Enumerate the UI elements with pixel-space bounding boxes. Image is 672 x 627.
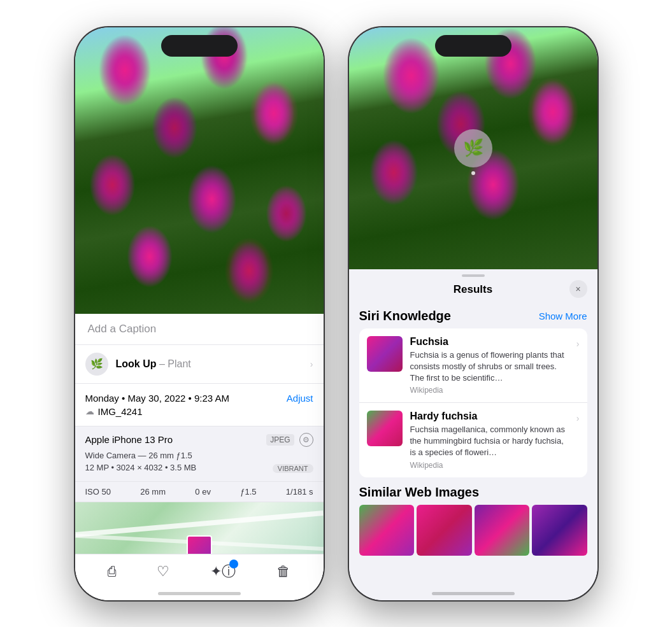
adjust-button[interactable]: Adjust	[287, 393, 313, 404]
fuchsia-thumb-image	[367, 336, 403, 372]
caption-input[interactable]: Add a Caption	[88, 323, 157, 335]
exif-exposure: 0 ev	[195, 487, 211, 497]
exif-row: ISO 50 26 mm 0 ev ƒ1.5 1/181 s	[75, 482, 324, 502]
gear-icon[interactable]: ⚙	[299, 433, 313, 447]
right-screen: 🌿 Results × Siri Knowledge Show More	[349, 27, 597, 600]
fuchsia-chevron-icon	[576, 339, 580, 349]
hardy-source: Wikipedia	[410, 461, 571, 470]
exif-focal: 26 mm	[140, 487, 166, 497]
device-section: Apple iPhone 13 Pro JPEG ⚙ Wide Camera —…	[75, 426, 324, 482]
format-badge: JPEG	[266, 434, 294, 446]
close-button[interactable]: ×	[569, 280, 587, 298]
visual-lookup-icon: 🌿	[85, 353, 108, 376]
exif-iso: ISO 50	[85, 487, 111, 497]
knowledge-card: Fuchsia Fuchsia is a genus of flowering …	[359, 328, 587, 477]
info-button[interactable]: ✦ⓘ	[210, 562, 236, 581]
similar-image-4[interactable]	[532, 505, 587, 556]
hardy-title: Hardy fuchsia	[410, 411, 571, 422]
similar-image-1[interactable]	[359, 505, 415, 556]
date-text: Monday • May 30, 2022 • 9:23 AM	[85, 393, 229, 404]
hardy-thumbnail	[367, 411, 403, 446]
siri-dot	[471, 171, 475, 175]
fuchsia-thumbnail	[367, 336, 403, 372]
filter-badge: VIBRANT	[273, 464, 313, 473]
fuchsia-source: Wikipedia	[410, 386, 571, 395]
siri-knowledge-header: Siri Knowledge Show More	[359, 309, 587, 323]
similar-image-3[interactable]	[475, 505, 530, 556]
results-title: Results	[454, 283, 492, 296]
notch	[161, 35, 238, 57]
camera-details: Wide Camera — 26 mm ƒ1.5	[85, 451, 313, 460]
right-home-indicator	[432, 592, 515, 595]
knowledge-item-fuchsia[interactable]: Fuchsia Fuchsia is a genus of flowering …	[359, 328, 587, 404]
cloud-icon: ☁	[85, 406, 94, 416]
left-screen: Add a Caption 🌿 Look Up – Plant Monday •…	[75, 27, 324, 600]
right-phone: 🌿 Results × Siri Knowledge Show More	[349, 27, 597, 600]
similar-title: Similar Web Images	[359, 485, 587, 500]
similar-image-2[interactable]	[417, 505, 472, 556]
share-button[interactable]: ⎙	[108, 563, 116, 580]
date-section: Monday • May 30, 2022 • 9:23 AM Adjust ☁…	[75, 384, 324, 426]
exif-aperture: ƒ1.5	[240, 487, 256, 497]
hardy-description: Fuchsia magellanica, commonly known as t…	[410, 424, 571, 459]
results-header: Results ×	[349, 277, 597, 301]
fuchsia-description: Fuchsia is a genus of flowering plants t…	[410, 349, 571, 384]
knowledge-item-hardy[interactable]: Hardy fuchsia Fuchsia magellanica, commo…	[359, 403, 587, 477]
fuchsia-title: Fuchsia	[410, 336, 571, 348]
device-name: Apple iPhone 13 Pro	[85, 434, 173, 445]
siri-knowledge-title: Siri Knowledge	[359, 309, 451, 323]
resolution-text: 12 MP • 3024 × 4032 • 3.5 MB	[85, 463, 197, 472]
show-more-button[interactable]: Show More	[539, 311, 587, 321]
left-phone: Add a Caption 🌿 Look Up – Plant Monday •…	[75, 27, 324, 600]
hardy-chevron-icon	[576, 413, 580, 423]
caption-area[interactable]: Add a Caption	[75, 314, 324, 345]
similar-images-row	[359, 505, 587, 561]
info-badge	[229, 560, 238, 568]
map-road-1	[75, 511, 323, 537]
results-content[interactable]: Siri Knowledge Show More Fuchsia Fuchsia…	[349, 301, 597, 600]
heart-button[interactable]: ♡	[157, 563, 169, 580]
similar-section: Similar Web Images	[359, 485, 587, 561]
exif-shutter: 1/181 s	[286, 487, 313, 497]
lookup-row[interactable]: 🌿 Look Up – Plant	[75, 345, 324, 384]
lookup-chevron-icon	[310, 359, 313, 369]
filename-text: IMG_4241	[98, 406, 143, 417]
hardy-content: Hardy fuchsia Fuchsia magellanica, commo…	[410, 411, 571, 470]
trash-button[interactable]: 🗑	[276, 563, 290, 580]
fuchsia-content: Fuchsia Fuchsia is a genus of flowering …	[410, 336, 571, 395]
lookup-label: Look Up – Plant	[116, 358, 191, 370]
right-notch	[435, 35, 511, 57]
hardy-thumb-image	[367, 411, 403, 446]
photo-area[interactable]	[75, 27, 324, 314]
results-sheet: Results × Siri Knowledge Show More	[349, 269, 597, 600]
right-photo-area[interactable]: 🌿	[349, 27, 597, 269]
siri-visual-lookup-button[interactable]: 🌿	[454, 129, 492, 167]
fuchsia-photo	[75, 27, 324, 314]
home-indicator	[158, 592, 241, 595]
